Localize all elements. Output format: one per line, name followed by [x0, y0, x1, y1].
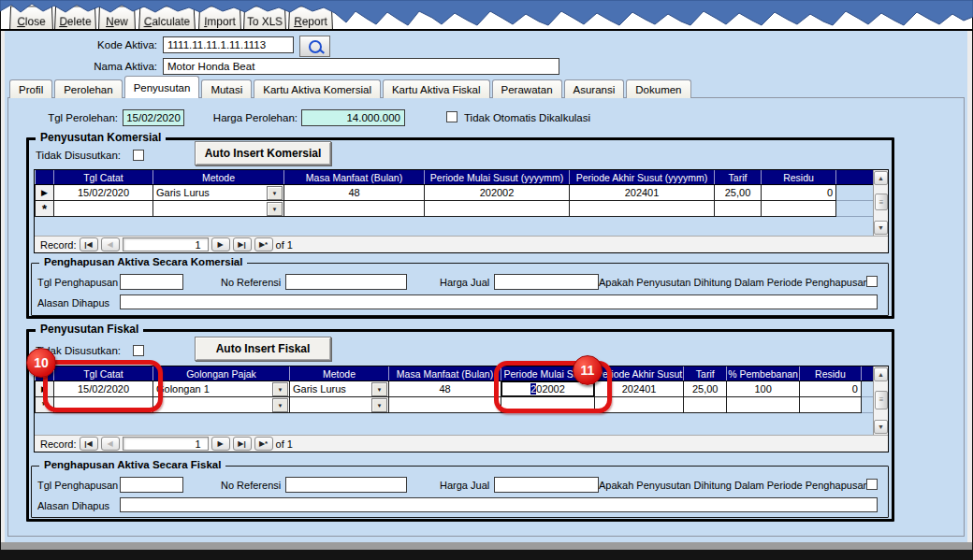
- tgl-perolehan-field[interactable]: 15/02/2020: [123, 109, 184, 126]
- record-prev-button[interactable]: ◀: [101, 237, 120, 251]
- komersial-row-selector-icon[interactable]: ▶: [36, 185, 54, 201]
- auto-insert-komersial-button[interactable]: Auto Insert Komersial: [195, 141, 331, 165]
- tgl-penghapusan-field[interactable]: [120, 477, 183, 493]
- tidak-otomatis-checkbox[interactable]: [446, 111, 457, 122]
- toolbar-button-import[interactable]: Import: [198, 6, 241, 31]
- komersial-cell-periode-mulai[interactable]: 202002: [425, 185, 570, 201]
- komersial-new-residu[interactable]: [762, 201, 836, 217]
- metode-dropdown-icon[interactable]: ▼: [371, 398, 387, 412]
- komersial-grid: Tgl Catat Metode Masa Manfaat (Bulan) Pe…: [34, 169, 889, 253]
- search-aktiva-button[interactable]: [299, 36, 330, 57]
- alasan-dihapus-label: Alasan Dihapus: [37, 297, 109, 309]
- fiskal-cell-residu[interactable]: 0: [799, 381, 861, 397]
- kode-aktiva-field[interactable]: 1111.11.11.1.11.1113: [163, 36, 294, 53]
- tab-kartu-aktiva-fiskal[interactable]: Kartu Aktiva Fiskal: [383, 79, 490, 98]
- komersial-new-masa-manfaat[interactable]: [284, 201, 425, 217]
- harga-jual-field[interactable]: [494, 274, 599, 290]
- metode-dropdown-icon[interactable]: ▼: [371, 382, 387, 396]
- metode-dropdown-icon[interactable]: ▼: [267, 186, 283, 200]
- record-first-button[interactable]: |◀: [80, 437, 98, 451]
- komersial-grid-row: ▶ 15/02/2020 Garis Lurus▼ 48 202002 2024…: [36, 185, 874, 201]
- fiskal-cell-pembebanan[interactable]: 100: [727, 381, 800, 397]
- no-referensi-field[interactable]: [285, 477, 407, 493]
- auto-insert-fiskal-button[interactable]: Auto Insert Fiskal: [195, 337, 331, 361]
- toolbar-button-report[interactable]: Report: [288, 6, 333, 31]
- komersial-new-row-icon[interactable]: *: [36, 201, 54, 217]
- scrollbar-thumb[interactable]: ≡: [875, 194, 888, 211]
- apakah-periode-checkbox[interactable]: [866, 276, 878, 287]
- komersial-cell-masa-manfaat[interactable]: 48: [284, 185, 425, 201]
- record-new-button[interactable]: ▶*: [254, 237, 273, 251]
- golongan-dropdown-icon[interactable]: ▼: [272, 382, 288, 396]
- fiskal-cell-tarif[interactable]: 25,00: [684, 381, 727, 397]
- scroll-down-icon[interactable]: ▼: [874, 221, 888, 235]
- record-next-button[interactable]: ▶: [211, 237, 230, 251]
- fiskal-col-pembebanan: % Pembebanan: [727, 366, 800, 381]
- tgl-penghapusan-label: Tgl Penghapusan: [37, 480, 118, 491]
- fiskal-new-golongan[interactable]: ▼: [153, 397, 290, 413]
- record-first-button[interactable]: |◀: [80, 237, 98, 251]
- tab-asuransi[interactable]: Asuransi: [564, 79, 625, 98]
- komersial-cell-metode[interactable]: Garis Lurus▼: [153, 185, 284, 201]
- fiskal-cell-golongan[interactable]: Golongan 1▼: [153, 381, 290, 397]
- fiskal-new-tarif[interactable]: [684, 397, 727, 413]
- alasan-dihapus-field[interactable]: [120, 497, 878, 512]
- record-prev-button[interactable]: ◀: [101, 437, 120, 451]
- tab-perawatan[interactable]: Perawatan: [492, 79, 562, 98]
- apakah-periode-checkbox[interactable]: [866, 479, 878, 490]
- toolbar-button-calculate[interactable]: Calculate: [138, 6, 196, 31]
- harga-jual-field[interactable]: [494, 477, 599, 493]
- apakah-periode-label: Apakah Penyusutan Dihitung Dalam Periode…: [599, 277, 861, 288]
- harga-perolehan-field[interactable]: 14.000.000: [301, 109, 405, 126]
- komersial-new-periode-mulai[interactable]: [425, 201, 570, 217]
- komersial-new-periode-akhir[interactable]: [570, 201, 715, 217]
- no-referensi-field[interactable]: [285, 274, 407, 290]
- fiskal-cell-masa-manfaat[interactable]: 48: [389, 381, 501, 397]
- komersial-tidak-disusutkan-checkbox[interactable]: [133, 150, 144, 161]
- komersial-grid-scrollbar[interactable]: ▲ ≡ ▼: [873, 170, 888, 236]
- fiskal-tidak-disusutkan-checkbox[interactable]: [133, 345, 144, 356]
- record-last-button[interactable]: ▶|: [233, 237, 252, 251]
- komersial-cell-tarif[interactable]: 25,00: [715, 185, 762, 201]
- penghapusan-fiskal-title: Penghapusan Aktiva Secara Fiskal: [39, 459, 225, 470]
- fiskal-new-masa-manfaat[interactable]: [389, 397, 501, 413]
- komersial-cell-residu[interactable]: 0: [762, 185, 836, 201]
- record-new-button[interactable]: ▶*: [254, 437, 273, 451]
- annotation-badge-10: 10: [26, 348, 56, 378]
- komersial-new-metode[interactable]: ▼: [153, 201, 284, 217]
- toolbar-button-delete[interactable]: Delete: [54, 6, 96, 31]
- toolbar-button-close[interactable]: Close: [9, 6, 53, 31]
- record-position-field[interactable]: 1: [123, 437, 209, 451]
- fiskal-grid-scrollbar[interactable]: ▲ ≡ ▼: [873, 366, 888, 435]
- fiskal-new-residu[interactable]: [799, 397, 861, 413]
- record-last-button[interactable]: ▶|: [233, 437, 252, 451]
- komersial-new-tarif[interactable]: [715, 201, 762, 217]
- record-position-field[interactable]: 1: [123, 237, 209, 251]
- metode-dropdown-icon[interactable]: ▼: [267, 202, 283, 216]
- scrollbar-thumb[interactable]: ≡: [875, 391, 888, 409]
- toolbar-button-new[interactable]: New: [98, 6, 136, 31]
- komersial-col-residu: Residu: [762, 170, 836, 185]
- tab-profil[interactable]: Profil: [9, 79, 52, 98]
- tab-kartu-aktiva-komersial[interactable]: Kartu Aktiva Komersial: [254, 79, 381, 98]
- tab-dokumen[interactable]: Dokumen: [626, 79, 690, 98]
- toolbar-button-to-xls[interactable]: To XLS: [243, 6, 286, 31]
- fiskal-new-metode[interactable]: ▼: [290, 397, 389, 413]
- alasan-dihapus-field[interactable]: [120, 294, 878, 309]
- komersial-cell-tgl-catat[interactable]: 15/02/2020: [54, 185, 153, 201]
- komersial-new-tgl-catat[interactable]: [54, 201, 153, 217]
- komersial-cell-periode-akhir[interactable]: 202401: [570, 185, 715, 201]
- fiskal-new-pembebanan[interactable]: [727, 397, 800, 413]
- tab-mutasi[interactable]: Mutasi: [201, 79, 252, 98]
- nama-aktiva-field[interactable]: Motor Honda Beat: [163, 58, 559, 75]
- scroll-up-icon[interactable]: ▲: [874, 367, 888, 381]
- tab-perolehan[interactable]: Perolehan: [54, 79, 122, 98]
- scroll-up-icon[interactable]: ▲: [874, 171, 888, 185]
- fiskal-cell-metode[interactable]: Garis Lurus▼: [290, 381, 389, 397]
- tab-penyusutan[interactable]: Penyusutan: [124, 76, 200, 98]
- tgl-penghapusan-field[interactable]: [120, 274, 183, 290]
- fiskal-record-navigator: Record: |◀ ◀ 1 ▶ ▶| ▶* of 1: [35, 435, 888, 452]
- record-next-button[interactable]: ▶: [211, 437, 230, 451]
- golongan-dropdown-icon[interactable]: ▼: [272, 398, 288, 412]
- scroll-down-icon[interactable]: ▼: [874, 420, 888, 434]
